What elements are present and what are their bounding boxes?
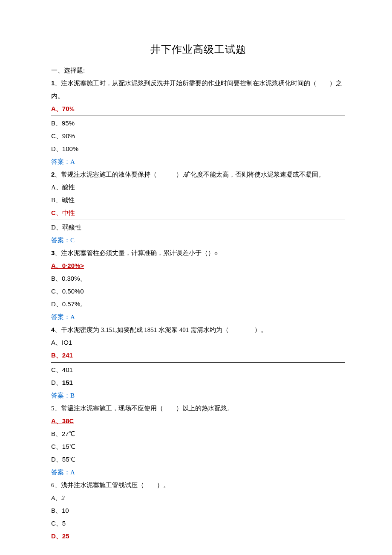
option-label: A、38C (51, 417, 74, 424)
option-row: D、100% (51, 142, 345, 155)
option-label: 2 (61, 494, 65, 501)
option-row: C、中性 (51, 206, 345, 220)
question-stem-text: 6、浅井注水泥塞施工管线试压（ ）。 (51, 482, 170, 488)
answer-line: 答案：A (51, 466, 345, 479)
question-stem-text: 、注水泥塞施工时，从配水泥浆到反洗井开始所需要的作业时间要控制在水泥浆稠化时间的… (51, 80, 342, 99)
option-row: B、95% (51, 117, 345, 130)
question-stem: 3、注水泥塞管柱必须丈量，计算准确，累计误差小于（）o (51, 247, 345, 259)
option-row: B、10 (51, 504, 345, 517)
answer-line: 答案：A (51, 155, 345, 168)
option-label: D、0.57%。 (51, 300, 86, 308)
option-label: B、碱性 (51, 197, 75, 203)
question-stem: 4、干水泥密度为 3.151,如要配成 1851 水泥浆 401 需清水约为（ … (51, 323, 345, 336)
option-label: C、401 (51, 366, 73, 373)
option-row: C、15℃ (51, 440, 345, 453)
option-label: D、55℃ (51, 456, 75, 463)
option-label: D、弱酸性 (51, 224, 81, 231)
question-list: 1、注水泥塞施工时，从配水泥浆到反洗井开始所需要的作业时间要控制在水泥浆稠化时间… (51, 77, 345, 543)
option-row: A、38C (51, 415, 345, 427)
page-title: 井下作业高级工试题 (51, 43, 345, 56)
option-label: D、25 (51, 532, 69, 540)
option-label: D、100% (51, 145, 78, 152)
option-row: B、碱性 (51, 194, 345, 206)
option-row: D、55℃ (51, 453, 345, 466)
option-label: B、241 (51, 352, 73, 359)
option-label: A、酸性 (51, 184, 75, 191)
option-label: C、90% (51, 132, 75, 139)
option-label: D、 (51, 379, 62, 386)
option-row: B、27℃ (51, 427, 345, 440)
question-stem-text: 、注水泥塞管柱必须丈量，计算准确，累计误差小于（）o (55, 250, 218, 256)
option-row: C、5 (51, 517, 345, 530)
question-stem: 6、浅井注水泥塞施工管线试压（ ）。 (51, 479, 345, 491)
document-page: 井下作业高级工试题 一、选择题: 1、注水泥塞施工时，从配水泥浆到反洗井开始所需… (0, 0, 392, 555)
question-stem-text: 5、常温注水泥塞施工，现场不应使用（ ）以上的热水配浆。 (51, 405, 233, 412)
option-label: A、IO1 (51, 339, 72, 346)
option-label: 、中性 (56, 209, 75, 216)
question-stem-text: 、常规注水泥塞施工的液体要保持（ ）,矿化度不能太高，否则将使水泥浆速凝或不凝固… (55, 171, 325, 178)
option-label: C、15℃ (51, 443, 75, 450)
option-label: A、0·20%> (51, 262, 84, 269)
option-label: C、0.50%0 (51, 288, 84, 295)
option-row: D、0.57%。 (51, 298, 345, 311)
option-label: A (51, 494, 55, 501)
option-label: A、70⅜ (51, 105, 75, 112)
option-row: C、401 (51, 363, 345, 376)
option-row: D、25 (51, 530, 345, 543)
option-row: C、90% (51, 130, 345, 142)
option-row: C、0.50%0 (51, 285, 345, 298)
question-stem: 2、常规注水泥塞施工的液体要保持（ ）,矿化度不能太高，否则将使水泥浆速凝或不凝… (51, 168, 345, 181)
answer-line: 答案：B (51, 389, 345, 402)
section-heading: 一、选择题: (51, 64, 345, 77)
option-label: 、 (55, 494, 61, 501)
option-label: B、0.30%。 (51, 275, 86, 282)
answer-line: 答案：A (51, 311, 345, 323)
option-row: A、酸性 (51, 181, 345, 194)
option-label: 151 (62, 379, 73, 386)
option-label: C、5 (51, 520, 66, 527)
question-stem-text: 、干水泥密度为 3.151,如要配成 1851 水泥浆 401 需清水约为（ ）… (55, 326, 267, 333)
option-label: B、10 (51, 507, 69, 514)
option-row: A、2 (51, 491, 345, 504)
option-row: A、IO1 (51, 336, 345, 349)
answer-line: 答案：C (51, 234, 345, 247)
option-row: A、70⅜ (51, 102, 345, 116)
option-label: B、27℃ (51, 430, 75, 437)
question-stem: 1、注水泥塞施工时，从配水泥浆到反洗井开始所需要的作业时间要控制在水泥浆稠化时间… (51, 77, 345, 102)
option-row: B、0.30%。 (51, 272, 345, 285)
option-label: C (51, 209, 56, 216)
option-row: D、151 (51, 376, 345, 389)
option-row: B、241 (51, 349, 345, 363)
option-label: B、95% (51, 119, 75, 127)
option-row: D、弱酸性 (51, 221, 345, 234)
option-row: A、0·20%> (51, 259, 345, 272)
question-stem: 5、常温注水泥塞施工，现场不应使用（ ）以上的热水配浆。 (51, 402, 345, 415)
